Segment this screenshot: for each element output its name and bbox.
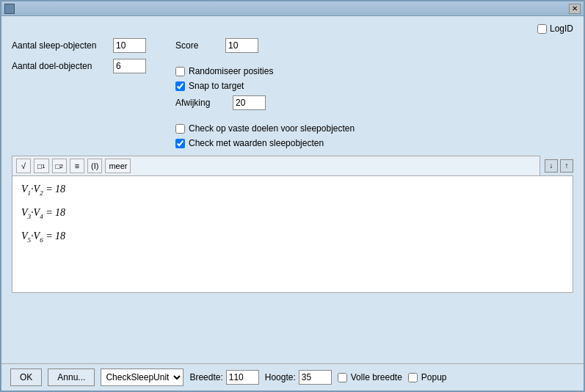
math-btn-sqrt[interactable]: √ <box>16 159 31 173</box>
popup-row: Popup <box>408 372 447 382</box>
volle-breedte-row: Volle breedte <box>338 372 402 382</box>
math-toolbar: √ □1 □2 ≡ (I) meer <box>12 156 540 175</box>
sleep-objecten-row: Aantal sleep-objecten 10 <box>12 38 146 53</box>
math-btn-sup1[interactable]: □1 <box>34 159 49 173</box>
scroll-up-btn[interactable]: ↑ <box>560 159 573 173</box>
randomiseer-label: Randomiseer posities <box>189 66 273 76</box>
hoogte-label: Hoogte: <box>265 372 296 382</box>
afwijking-input[interactable]: 20 <box>233 95 266 110</box>
randomiseer-row: Randomiseer posities <box>175 66 355 76</box>
hoogte-input[interactable]: 35 <box>299 370 332 385</box>
sleep-objecten-label: Aantal sleep-objecten <box>12 40 107 51</box>
math-btn-equiv[interactable]: ≡ <box>70 159 84 173</box>
check1-row: Check op vaste doelen voor sleepobjecten <box>175 123 355 134</box>
logid-row: LogID <box>12 23 573 34</box>
math-btn-parens[interactable]: (I) <box>87 159 102 173</box>
snap-checkbox[interactable] <box>175 81 185 91</box>
math-btn-meer[interactable]: meer <box>105 159 131 173</box>
score-input[interactable]: 10 <box>225 38 258 53</box>
check1-checkbox[interactable] <box>175 124 185 134</box>
snap-row: Snap to target <box>175 81 355 91</box>
main-window: ✕ LogID Aantal sleep-objecten 10 Aantal … <box>0 0 585 392</box>
breedte-label: Breedte: <box>189 372 222 382</box>
form-grid: Aantal sleep-objecten 10 Aantal doel-obj… <box>12 38 573 148</box>
hoogte-field-row: Hoogte: 35 <box>265 370 332 385</box>
logid-checkbox[interactable] <box>537 24 547 34</box>
left-column: Aantal sleep-objecten 10 Aantal doel-obj… <box>12 38 146 73</box>
math-line-2: V3·V4 = 18 <box>21 207 564 220</box>
math-line-3: V5·V6 = 18 <box>21 231 564 244</box>
doel-objecten-label: Aantal doel-objecten <box>12 61 107 71</box>
volle-breedte-checkbox[interactable] <box>338 373 347 382</box>
ok-button[interactable]: OK <box>10 369 42 386</box>
math-line-1: V1·V2 = 18 <box>21 184 564 197</box>
math-editor: √ □1 □2 ≡ (I) meer ↓ ↑ V1·V2 = 18 V3·V4 … <box>12 156 573 356</box>
type-dropdown[interactable]: CheckSleepUnit <box>101 369 184 386</box>
sleep-objecten-input[interactable]: 10 <box>113 38 146 53</box>
breedte-field-row: Breedte: 110 <box>189 370 258 385</box>
breedte-input[interactable]: 110 <box>226 370 259 385</box>
check1-label: Check op vaste doelen voor sleepobjecten <box>189 123 355 134</box>
doel-objecten-input[interactable]: 6 <box>113 59 146 73</box>
check2-row: Check met waarden sleepobjecten <box>175 138 355 148</box>
snap-label: Snap to target <box>189 81 244 91</box>
logid-label: LogID <box>550 23 573 34</box>
doel-objecten-row: Aantal doel-objecten 6 <box>12 59 146 73</box>
score-label: Score <box>175 40 219 51</box>
afwijking-row: Afwijking 20 <box>175 95 355 110</box>
title-bar-icon <box>4 4 15 14</box>
math-toolbar-row: √ □1 □2 ≡ (I) meer ↓ ↑ <box>12 156 573 175</box>
popup-checkbox[interactable] <box>408 373 418 382</box>
close-button[interactable]: ✕ <box>569 4 581 14</box>
scroll-down-btn[interactable]: ↓ <box>545 159 558 173</box>
score-row: Score 10 <box>175 38 355 53</box>
volle-breedte-label: Volle breedte <box>351 372 402 382</box>
math-content-area[interactable]: V1·V2 = 18 V3·V4 = 18 V5·V6 = 18 <box>12 175 573 293</box>
main-content: LogID Aantal sleep-objecten 10 Aantal do… <box>1 16 584 363</box>
check2-checkbox[interactable] <box>175 139 185 148</box>
title-bar: ✕ <box>1 1 584 16</box>
right-column: Score 10 Randomiseer posities Snap to ta… <box>175 38 355 148</box>
annul-button[interactable]: Annu... <box>48 369 95 386</box>
afwijking-label: Afwijking <box>175 98 227 108</box>
popup-label: Popup <box>421 372 447 382</box>
bottom-bar: OK Annu... CheckSleepUnit Breedte: 110 H… <box>1 363 584 391</box>
check2-label: Check met waarden sleepobjecten <box>189 138 324 148</box>
math-btn-sup2[interactable]: □2 <box>52 159 68 173</box>
randomiseer-checkbox[interactable] <box>175 67 185 76</box>
